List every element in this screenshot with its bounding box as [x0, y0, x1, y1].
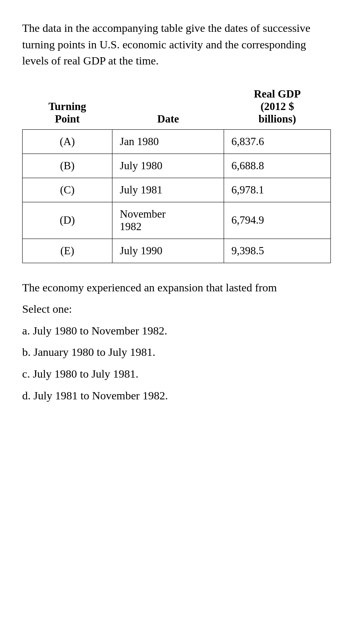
- cell-gdp: 6,978.1: [224, 178, 331, 202]
- table-row: (B)July 19806,688.8: [23, 154, 331, 178]
- cell-turning-point: (B): [23, 154, 112, 178]
- cell-date: November1982: [112, 202, 224, 239]
- intro-paragraph: The data in the accompanying table give …: [22, 20, 331, 69]
- option-item-3[interactable]: c. July 1980 to July 1981.: [22, 364, 331, 384]
- table-row: (E)July 19909,398.5: [23, 239, 331, 263]
- option-item-2[interactable]: b. January 1980 to July 1981.: [22, 343, 331, 362]
- cell-date: July 1980: [112, 154, 224, 178]
- cell-date: Jan 1980: [112, 129, 224, 154]
- gdp-table: TurningPoint Date Real GDP(2012 $billion…: [22, 84, 331, 263]
- cell-gdp: 6,688.8: [224, 154, 331, 178]
- cell-turning-point: (D): [23, 202, 112, 239]
- col-header-gdp: Real GDP(2012 $billions): [224, 84, 331, 130]
- option-item-1[interactable]: a. July 1980 to November 1982.: [22, 321, 331, 341]
- cell-turning-point: (C): [23, 178, 112, 202]
- cell-date: July 1981: [112, 178, 224, 202]
- cell-gdp: 9,398.5: [224, 239, 331, 263]
- cell-turning-point: (A): [23, 129, 112, 154]
- col-header-date: Date: [112, 84, 224, 130]
- table-row: (C)July 19816,978.1: [23, 178, 331, 202]
- options-list: a. July 1980 to November 1982.b. January…: [22, 321, 331, 405]
- question-text: The economy experienced an expansion tha…: [22, 279, 331, 296]
- cell-gdp: 6,794.9: [224, 202, 331, 239]
- option-item-4[interactable]: d. July 1981 to November 1982.: [22, 386, 331, 405]
- cell-gdp: 6,837.6: [224, 129, 331, 154]
- table-row: (A)Jan 19806,837.6: [23, 129, 331, 154]
- col-header-turning-point: TurningPoint: [23, 84, 112, 130]
- data-table-wrapper: TurningPoint Date Real GDP(2012 $billion…: [22, 84, 331, 263]
- cell-date: July 1990: [112, 239, 224, 263]
- table-row: (D)November19826,794.9: [23, 202, 331, 239]
- cell-turning-point: (E): [23, 239, 112, 263]
- select-label: Select one:: [22, 303, 331, 316]
